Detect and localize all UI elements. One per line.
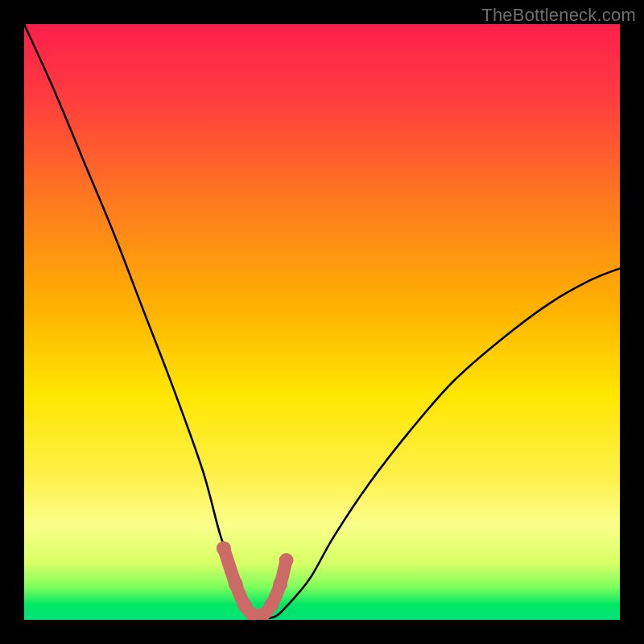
watermark-text: TheBottleneck.com (481, 5, 636, 26)
chart-frame: TheBottleneck.com (0, 0, 644, 644)
cap-dot (217, 541, 231, 555)
bottleneck-curve (24, 24, 620, 618)
cap-dot (229, 577, 243, 592)
cap-dot (279, 553, 294, 568)
cap-dot (273, 577, 287, 592)
plot-area (24, 24, 620, 620)
curve-layer (24, 24, 620, 620)
cap-dot (264, 598, 279, 613)
